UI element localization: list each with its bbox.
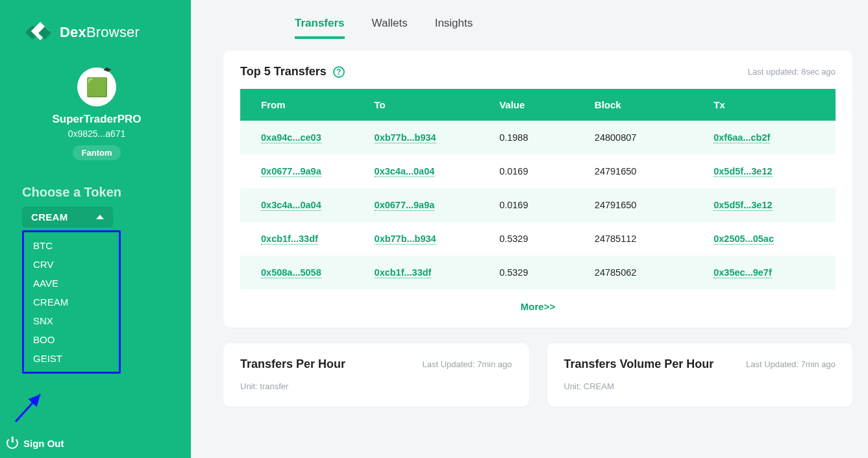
dex-logo-icon [22,17,53,48]
value-cell: 0.5329 [490,222,586,256]
block-cell: 24791650 [586,188,704,222]
svg-line-3 [16,394,40,422]
from-link[interactable]: 0x508a...5058 [261,267,321,278]
choose-token-title: Choose a Token [22,185,171,200]
tx-link[interactable]: 0x35ec...9e7f [713,267,772,278]
sidebar: DexBrowser ▰ 🟩 SuperTraderPRO 0x9825...a… [0,0,191,458]
table-row: 0x508a...5058 0xcb1f...33df 0.5329 24785… [240,256,836,289]
signout-label: Sign Out [23,438,64,449]
power-icon [6,437,18,449]
panel-updated: Last Updated: 7min ago [422,359,512,369]
token-option[interactable]: AAVE [24,274,119,293]
value-cell: 0.1988 [490,121,586,154]
transfers-table: From To Value Block Tx 0xa94c...ce03 0xb… [240,89,836,289]
block-cell: 24785112 [586,222,704,256]
col-block: Block [586,89,704,121]
top-transfers-panel: Top 5 Transfers ? Last updated: 8sec ago… [223,51,852,328]
from-link[interactable]: 0x3c4a...0a04 [261,200,321,211]
panel-updated: Last updated: 8sec ago [748,67,836,77]
brand-logo[interactable]: DexBrowser [22,17,171,48]
annotation-arrow-icon [12,389,48,426]
tab-wallets[interactable]: Wallets [372,17,408,39]
avatar[interactable]: ▰ 🟩 [77,67,116,106]
tx-link[interactable]: 0x5d5f...3e12 [713,200,772,211]
profile-block: ▰ 🟩 SuperTraderPRO 0x9825...a671 Fantom [22,67,171,160]
network-badge[interactable]: Fantom [73,145,121,160]
panel-title: Transfers Per Hour [240,357,345,371]
block-cell: 24791650 [586,154,704,188]
profile-address: 0x9825...a671 [22,128,171,139]
brand-name: DexBrowser [60,24,140,41]
panel-title: Top 5 Transfers [240,65,327,78]
token-option[interactable]: CRV [24,255,119,274]
panel-updated: Last Updated: 7min ago [746,359,836,369]
tab-transfers[interactable]: Transfers [295,17,345,39]
transfers-per-hour-panel: Transfers Per Hour Last Updated: 7min ag… [223,343,529,407]
token-option[interactable]: GEIST [24,349,119,368]
to-link[interactable]: 0x3c4a...0a04 [375,166,435,177]
to-link[interactable]: 0x0677...9a9a [375,200,435,211]
chevron-up-icon [96,215,104,219]
block-cell: 24785062 [586,256,704,289]
token-option[interactable]: BOO [24,330,119,349]
token-select-value: CREAM [31,211,68,223]
col-from: From [240,89,366,121]
from-link[interactable]: 0xa94c...ce03 [261,132,321,143]
token-option[interactable]: BTC [24,236,119,255]
table-row: 0xa94c...ce03 0xb77b...b934 0.1988 24800… [240,121,836,154]
value-cell: 0.5329 [490,256,586,289]
token-option[interactable]: SNX [24,311,119,330]
avatar-hat-icon: ▰ [103,63,113,75]
to-link[interactable]: 0xcb1f...33df [375,267,432,278]
to-link[interactable]: 0xb77b...b934 [375,234,436,245]
tabs: Transfers Wallets Insights [191,0,868,48]
tx-link[interactable]: 0xf6aa...cb2f [713,132,770,143]
table-row: 0x3c4a...0a04 0x0677...9a9a 0.0169 24791… [240,188,836,222]
token-option[interactable]: CREAM [24,293,119,311]
value-cell: 0.0169 [490,188,586,222]
signout-button[interactable]: Sign Out [6,437,64,449]
table-row: 0xcb1f...33df 0xb77b...b934 0.5329 24785… [240,222,836,256]
from-link[interactable]: 0xcb1f...33df [261,234,318,245]
block-cell: 24800807 [586,121,704,154]
more-link[interactable]: More>> [240,301,836,312]
token-dropdown-list: BTC CRV AAVE CREAM SNX BOO GEIST [22,230,121,374]
avatar-face-icon: 🟩 [86,77,108,98]
value-cell: 0.0169 [490,154,586,188]
col-tx: Tx [704,89,836,121]
col-to: To [366,89,491,121]
help-icon[interactable]: ? [333,66,345,78]
panel-unit: Unit: CREAM [564,381,836,391]
table-row: 0x0677...9a9a 0x3c4a...0a04 0.0169 24791… [240,154,836,188]
to-link[interactable]: 0xb77b...b934 [375,132,436,143]
profile-username: SuperTraderPRO [22,113,171,126]
panel-title: Transfers Volume Per Hour [564,357,714,371]
tab-insights[interactable]: Insights [435,17,473,39]
panel-unit: Unit: transfer [240,381,512,391]
from-link[interactable]: 0x0677...9a9a [261,166,321,177]
col-value: Value [490,89,586,121]
token-select[interactable]: CREAM [22,206,113,228]
transfers-volume-per-hour-panel: Transfers Volume Per Hour Last Updated: … [547,343,853,407]
main-content: Transfers Wallets Insights Top 5 Transfe… [191,0,868,458]
tx-link[interactable]: 0x2505...05ac [713,234,774,245]
tx-link[interactable]: 0x5d5f...3e12 [713,166,772,177]
